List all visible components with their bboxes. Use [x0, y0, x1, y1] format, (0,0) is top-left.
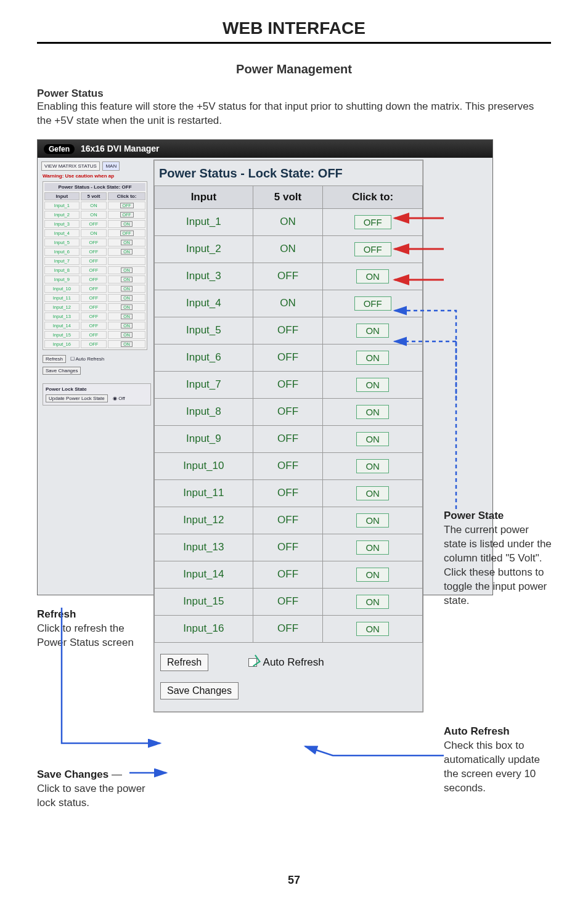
zoom-table-row: Input_15OFFON: [155, 588, 423, 615]
zoom-toggle-button[interactable]: ON: [356, 486, 389, 500]
mini-cell-5volt: OFF: [81, 331, 107, 339]
mini-auto-refresh-label[interactable]: Auto Refresh: [75, 356, 104, 362]
mini-cell-5volt: OFF: [81, 275, 107, 283]
zoom-table-row: Input_9OFFON: [155, 425, 423, 452]
mini-cell-clickto: ON: [108, 248, 145, 256]
annot-save-changes: Save Changes — Click to save the power l…: [37, 768, 154, 810]
brand-logo: Gefen: [44, 144, 75, 154]
zoom-cell-clickto: ON: [323, 317, 423, 344]
zoom-cell-clickto: OFF: [323, 208, 423, 235]
zoom-toggle-button[interactable]: OFF: [354, 242, 391, 256]
zoom-toggle-button[interactable]: ON: [356, 324, 389, 338]
zoom-toggle-button[interactable]: ON: [356, 269, 389, 283]
zoom-cell-label: Input_6: [155, 344, 253, 371]
mini-cell-clickto: ON: [108, 294, 145, 302]
zoom-toggle-button[interactable]: ON: [356, 351, 389, 365]
mini-toggle-button[interactable]: ON: [121, 323, 133, 328]
mini-refresh-button[interactable]: Refresh: [43, 355, 66, 363]
zoom-panel: Power Status - Lock State: OFF Input 5 v…: [153, 160, 423, 712]
mini-toggle-button[interactable]: OFF: [120, 230, 134, 236]
zoom-save-changes-button[interactable]: Save Changes: [160, 682, 239, 699]
zoom-col-clickto: Click to:: [323, 185, 423, 208]
mini-table-row: Input_4ONOFF: [44, 229, 145, 237]
mini-toggle-button[interactable]: OFF: [120, 203, 134, 208]
mini-table-row: Input_3OFFON: [44, 220, 145, 228]
mini-toggle-button[interactable]: ON: [121, 314, 133, 319]
zoom-cell-5volt: OFF: [253, 561, 323, 588]
pls-radio-off[interactable]: ◉ Off: [113, 396, 125, 401]
zoom-auto-refresh-checkbox[interactable]: [248, 658, 257, 667]
mini-cell-label: Input_3: [44, 220, 80, 228]
mini-cell-5volt: ON: [81, 211, 107, 219]
zoom-toggle-button[interactable]: ON: [356, 405, 389, 419]
zoom-toggle-button[interactable]: ON: [356, 513, 389, 528]
zoom-cell-label: Input_8: [155, 398, 253, 425]
zoom-toggle-button[interactable]: ON: [356, 568, 389, 582]
tab-management-left[interactable]: MAN: [102, 161, 120, 171]
zoom-toggle-button[interactable]: ON: [356, 540, 389, 555]
zoom-cell-label: Input_4: [155, 290, 253, 317]
zoom-refresh-button[interactable]: Refresh: [160, 654, 208, 671]
mini-toggle-button[interactable]: ON: [121, 341, 133, 347]
mini-cell-5volt: OFF: [81, 266, 107, 274]
zoom-cell-label: Input_12: [155, 507, 253, 534]
mini-cell-label: Input_11: [44, 294, 80, 302]
mini-toggle-button[interactable]: ON: [121, 277, 133, 282]
zoom-table-row: Input_13OFFON: [155, 534, 423, 561]
zoom-toggle-button[interactable]: OFF: [354, 215, 391, 229]
mini-table-row: Input_7OFF: [44, 257, 145, 265]
zoom-cell-5volt: OFF: [253, 317, 323, 344]
mini-toggle-button[interactable]: ON: [121, 249, 133, 255]
mini-cell-clickto: ON: [108, 303, 145, 311]
mini-toggle-button[interactable]: ON: [121, 304, 133, 310]
zoom-cell-5volt: OFF: [253, 507, 323, 534]
zoom-cell-label: Input_16: [155, 615, 253, 642]
mini-cell-5volt: OFF: [81, 285, 107, 293]
mini-cell-clickto: OFF: [108, 202, 145, 210]
zoom-toggle-button[interactable]: ON: [356, 432, 389, 446]
zoom-cell-label: Input_7: [155, 371, 253, 398]
zoom-cell-clickto: ON: [323, 507, 423, 534]
zoom-cell-5volt: OFF: [253, 344, 323, 371]
zoom-toggle-button[interactable]: ON: [356, 378, 389, 392]
mini-cell-5volt: OFF: [81, 238, 107, 247]
mini-cell-clickto: ON: [108, 312, 145, 320]
annot-refresh: Refresh Click to refresh the Power Statu…: [37, 608, 148, 650]
zoom-cell-label: Input_2: [155, 235, 253, 263]
mini-toggle-button[interactable]: OFF: [120, 212, 134, 218]
mini-table-row: Input_5OFFON: [44, 238, 145, 247]
mini-table-row: Input_8OFFON: [44, 266, 145, 274]
zoom-toggle-button[interactable]: ON: [356, 622, 389, 636]
mini-cell-5volt: OFF: [81, 220, 107, 228]
zoom-table-row: Input_4ONOFF: [155, 290, 423, 317]
mini-table-row: Input_9OFFON: [44, 275, 145, 283]
zoom-table-row: Input_3OFFON: [155, 263, 423, 290]
zoom-table-row: Input_16OFFON: [155, 615, 423, 642]
mini-toggle-button[interactable]: ON: [121, 240, 133, 245]
mini-toggle-button[interactable]: ON: [121, 221, 133, 227]
tab-view-matrix-status[interactable]: VIEW MATRIX STATUS: [41, 161, 100, 171]
zoom-table-row: Input_2ONOFF: [155, 235, 423, 263]
mini-cell-5volt: OFF: [81, 312, 107, 320]
mini-save-changes-button[interactable]: Save Changes: [43, 367, 81, 375]
mini-toggle-button[interactable]: ON: [121, 295, 133, 301]
mini-toggle-button[interactable]: ON: [121, 286, 133, 291]
zoom-cell-clickto: ON: [323, 371, 423, 398]
mini-toggle-button[interactable]: ON: [121, 332, 133, 338]
zoom-toggle-button[interactable]: ON: [356, 595, 389, 609]
mini-cell-label: Input_7: [44, 257, 80, 265]
zoom-table-row: Input_5OFFON: [155, 317, 423, 344]
zoom-cell-5volt: OFF: [253, 452, 323, 479]
zoom-cell-5volt: ON: [253, 290, 323, 317]
pls-update-button[interactable]: Update Power Lock State: [46, 394, 108, 402]
zoom-toggle-button[interactable]: ON: [356, 459, 389, 473]
zoom-table-row: Input_10OFFON: [155, 452, 423, 479]
zoom-table-row: Input_1ONOFF: [155, 208, 423, 235]
mini-toggle-button[interactable]: ON: [121, 267, 133, 273]
power-status-body: Enabling this feature will store the +5V…: [37, 100, 551, 128]
mini-cell-label: Input_12: [44, 303, 80, 311]
app-title-bar: Gefen 16x16 DVI Manager: [38, 140, 492, 158]
zoom-cell-5volt: ON: [253, 235, 323, 263]
mini-cell-clickto: ON: [108, 220, 145, 228]
zoom-toggle-button[interactable]: OFF: [354, 296, 391, 311]
